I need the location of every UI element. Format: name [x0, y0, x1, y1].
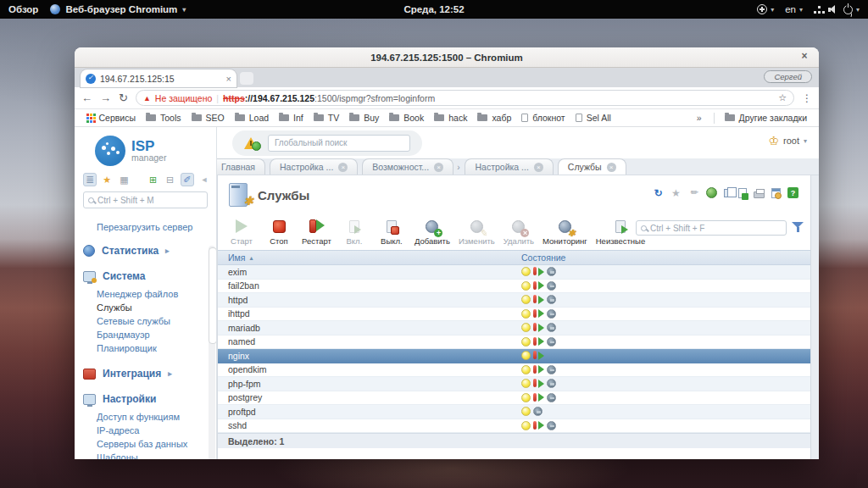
panel-tab[interactable]: Настройка ... — [270, 158, 358, 175]
menu-tree-icon[interactable]: ≣ — [83, 173, 97, 186]
sidebar-scrollbar[interactable] — [209, 246, 215, 459]
sidebar-section[interactable]: Настройки — [75, 382, 216, 408]
back-button[interactable]: ← — [81, 92, 92, 103]
panel-tab[interactable]: Главная — [217, 158, 265, 175]
copy-icon[interactable] — [724, 189, 732, 197]
table-row[interactable]: opendkim — [218, 363, 810, 378]
action-add-button[interactable]: Добавить — [410, 219, 454, 246]
bookmark-item[interactable]: Load — [230, 110, 274, 125]
bookmark-item[interactable]: TV — [309, 110, 344, 125]
sidebar-section[interactable]: Интеграция▸ — [75, 357, 216, 382]
expand-all-icon[interactable]: ⊞ — [146, 173, 159, 186]
browser-menu-button[interactable]: ⋮ — [802, 92, 812, 104]
browser-tab[interactable]: 194.67.215.125:15 × — [81, 69, 236, 87]
bookmark-item[interactable]: хабр — [472, 110, 516, 125]
forward-button[interactable]: → — [100, 92, 111, 103]
sidebar-item[interactable]: Сетевые службы — [75, 314, 216, 328]
report-icon[interactable] — [771, 188, 781, 198]
new-tab-button[interactable] — [240, 72, 253, 85]
bookmark-star-icon[interactable]: ☆ — [778, 92, 787, 103]
column-state[interactable]: Состояние — [521, 252, 565, 263]
bookmark-item[interactable]: Buy — [344, 110, 384, 125]
table-row[interactable]: sshd — [218, 419, 810, 434]
bookmark-item[interactable]: Сервисы — [81, 110, 141, 125]
panel-tab[interactable]: Службы — [558, 158, 626, 175]
reload-button[interactable]: ↻ — [119, 92, 128, 103]
bookmark-item[interactable]: hack — [429, 110, 472, 125]
pin-icon[interactable]: ✐ — [181, 173, 194, 186]
bookmark-item[interactable]: блокнот — [516, 110, 570, 125]
bookmark-item[interactable]: Book — [384, 110, 429, 125]
sidebar-item[interactable]: Шаблоны — [75, 451, 216, 459]
tab-close-icon[interactable] — [607, 163, 616, 172]
table-row[interactable]: nginx — [218, 349, 810, 363]
action-stop-button[interactable]: Стоп — [260, 219, 298, 246]
help-icon[interactable]: ? — [787, 187, 798, 198]
bookmark-item[interactable]: SEO — [186, 110, 230, 125]
window-close-button[interactable]: × — [798, 50, 811, 64]
isp-logo[interactable]: ISP manager — [75, 127, 216, 171]
table-row[interactable]: postgrey — [218, 391, 810, 406]
tab-close-icon[interactable]: × — [226, 74, 231, 84]
print-icon[interactable] — [754, 191, 765, 198]
table-row[interactable]: mariadb — [218, 321, 810, 336]
global-search-input[interactable] — [268, 135, 410, 152]
sidebar-section[interactable]: Система — [75, 259, 216, 285]
filter-funnel-icon[interactable] — [792, 222, 804, 234]
tab-close-icon[interactable] — [534, 163, 543, 172]
sidebar-item[interactable]: Брандмауэр — [75, 328, 216, 341]
star-icon[interactable]: ★ — [670, 187, 682, 198]
window-titlebar[interactable]: 194.67.215.125:1500 – Chromium × — [75, 47, 819, 68]
panel-tab[interactable]: Настройка ... — [465, 158, 553, 175]
table-search[interactable] — [636, 220, 787, 236]
user-menu[interactable]: ♔ root ▾ — [768, 136, 807, 146]
table-row[interactable]: named — [218, 336, 810, 350]
refresh-icon[interactable]: ↻ — [653, 187, 664, 198]
other-bookmarks-button[interactable]: Другие закладки — [720, 110, 812, 125]
sidebar-item[interactable]: Менеджер файлов — [75, 287, 216, 301]
action-mon-button[interactable]: Мониторинг — [538, 219, 592, 246]
reload-server-link[interactable]: Перезагрузить сервер — [75, 214, 216, 234]
app-menu-button[interactable]: Веб-браузер Chromium ▾ — [50, 4, 186, 14]
bookmark-item[interactable]: Tools — [141, 110, 186, 125]
accessibility-menu[interactable]: ▾ — [757, 4, 774, 14]
column-name[interactable]: Имя ▴ — [218, 252, 521, 263]
address-bar[interactable]: ▲ Не защищено | https://194.67.215.125:1… — [136, 90, 794, 106]
export-icon[interactable] — [738, 188, 747, 198]
clock[interactable]: Среда, 12:52 — [403, 4, 464, 14]
favorites-star-icon[interactable]: ★ — [100, 173, 114, 186]
sidebar-section[interactable]: Статистика▸ — [75, 234, 216, 259]
sidebar-search-input[interactable] — [97, 196, 203, 205]
keyboard-layout-menu[interactable]: en ▾ — [785, 4, 803, 14]
sidebar-item[interactable]: Серверы баз данных — [75, 437, 216, 451]
activities-button[interactable]: Обзор — [8, 4, 38, 14]
table-row[interactable]: exim — [218, 265, 810, 280]
action-restart-button[interactable]: Рестарт — [298, 219, 336, 246]
sidebar-item[interactable]: Службы — [75, 301, 216, 314]
tab-close-icon[interactable] — [338, 163, 348, 172]
bookmarks-overflow-button[interactable]: » — [690, 113, 709, 123]
sidebar-search[interactable] — [83, 191, 208, 208]
notification-warning-icon[interactable] — [244, 137, 258, 149]
bookmark-item[interactable]: Inf — [274, 110, 309, 125]
action-off2-button[interactable]: Выкл. — [373, 219, 410, 246]
sidebar-item[interactable]: Планировщик — [75, 341, 216, 355]
system-status-menu[interactable]: ▾ — [814, 5, 860, 14]
collapse-all-icon[interactable]: ⊟ — [164, 173, 177, 186]
security-label[interactable]: Не защищено — [155, 93, 213, 103]
sidebar-collapse-icon[interactable]: ◄ — [198, 173, 211, 186]
panel-tab[interactable]: Возможност... — [362, 158, 453, 175]
table-row[interactable]: php-fpm — [218, 377, 810, 391]
table-search-input[interactable] — [650, 224, 782, 233]
globe-icon[interactable] — [706, 187, 717, 198]
table-row[interactable]: fail2ban — [218, 280, 810, 294]
profile-button[interactable]: Сергей — [764, 70, 812, 83]
sidebar-item[interactable]: IP-адреса — [75, 424, 216, 437]
bookmark-item[interactable]: Sel All — [570, 110, 616, 125]
table-row[interactable]: ihttpd — [218, 308, 810, 322]
briefcase-icon[interactable]: ▦ — [117, 173, 131, 186]
pin-icon[interactable]: ✐ — [686, 185, 701, 200]
sidebar-item[interactable]: Доступ к функциям — [75, 410, 216, 424]
tab-close-icon[interactable] — [434, 163, 443, 172]
table-row[interactable]: proftpd — [218, 405, 810, 419]
